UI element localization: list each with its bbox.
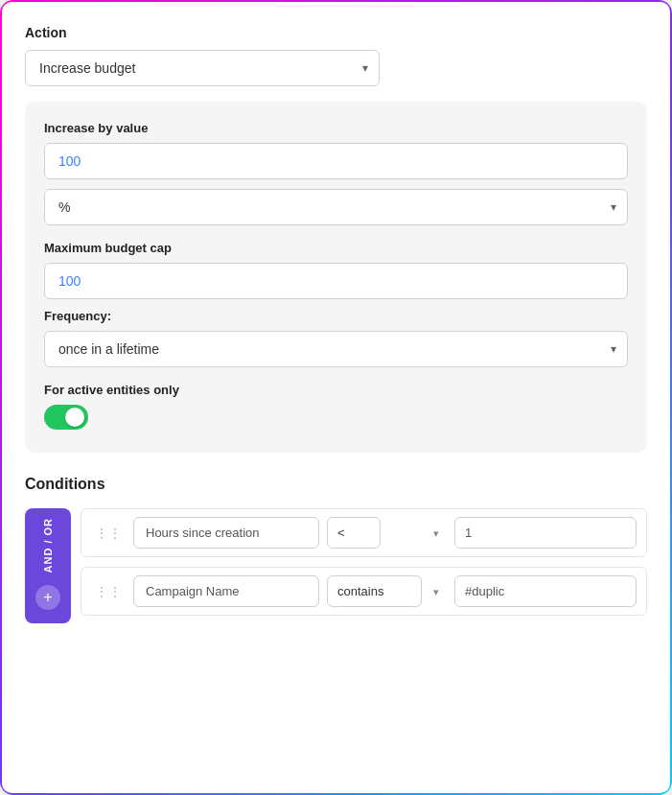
conditions-title: Conditions	[25, 476, 647, 493]
frequency-select-wrapper: once in a lifetime daily weekly ▾	[44, 331, 628, 367]
conditions-sidebar: AND / OR +	[25, 508, 71, 623]
add-condition-button[interactable]: +	[35, 585, 60, 610]
action-section: Action Increase budget Decrease budget P…	[25, 25, 647, 86]
frequency-label: Frequency:	[44, 309, 628, 323]
sidebar-and-or-label: AND / OR	[42, 518, 54, 573]
active-entities-toggle-row: For active entities only	[44, 383, 628, 430]
active-entities-toggle[interactable]	[44, 405, 88, 430]
condition-operator-select-2[interactable]: contains equals starts with ends with	[327, 575, 422, 607]
increase-value-input[interactable]	[44, 143, 628, 179]
action-label: Action	[25, 25, 647, 40]
condition-row: ⋮⋮ < > = <= >= ▾	[81, 508, 647, 557]
drag-handle-icon[interactable]: ⋮⋮	[91, 526, 126, 541]
percent-select[interactable]: % $	[44, 189, 628, 225]
increase-by-value-label: Increase by value	[44, 121, 628, 135]
percent-select-wrapper: % $ ▾	[44, 189, 628, 225]
max-budget-label: Maximum budget cap	[44, 241, 628, 255]
operator-chevron-icon-2: ▾	[433, 585, 439, 597]
action-select[interactable]: Increase budget Decrease budget Pause En…	[25, 50, 380, 86]
condition-operator-wrapper-1: < > = <= >= ▾	[327, 517, 447, 549]
main-container: Action Increase budget Decrease budget P…	[0, 0, 672, 795]
condition-row: ⋮⋮ contains equals starts with ends with…	[81, 567, 647, 616]
condition-operator-select-1[interactable]: < > = <= >=	[327, 517, 381, 549]
conditions-rows: ⋮⋮ < > = <= >= ▾	[81, 508, 647, 623]
inner-card: Increase by value % $ ▾ Maximum budget c…	[25, 102, 647, 453]
drag-handle-icon[interactable]: ⋮⋮	[91, 584, 126, 599]
condition-value-input-1[interactable]	[454, 517, 637, 549]
toggle-slider	[44, 405, 88, 430]
operator-chevron-icon-1: ▾	[433, 526, 439, 539]
action-select-wrapper: Increase budget Decrease budget Pause En…	[25, 50, 380, 86]
conditions-section: Conditions AND / OR + ⋮⋮ < > =	[25, 476, 647, 623]
conditions-area: AND / OR + ⋮⋮ < > = <= >=	[25, 508, 647, 623]
max-budget-input[interactable]	[44, 263, 628, 299]
condition-operator-wrapper-2: contains equals starts with ends with ▾	[327, 575, 447, 607]
condition-value-input-2[interactable]	[454, 575, 637, 607]
frequency-select[interactable]: once in a lifetime daily weekly	[44, 331, 628, 367]
active-entities-label: For active entities only	[44, 383, 628, 397]
condition-field-input-2[interactable]	[133, 575, 319, 607]
condition-field-input-1[interactable]	[133, 517, 319, 549]
